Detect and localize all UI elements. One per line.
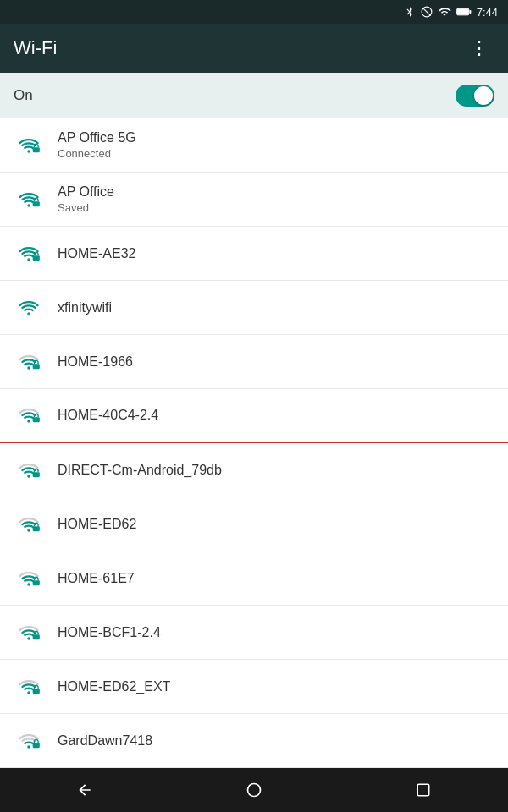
network-name: AP Office 5G [58,130,494,145]
battery-icon [456,7,472,17]
network-item[interactable]: AP OfficeSaved [0,173,508,227]
status-icons: 7:44 [404,6,498,19]
svg-point-15 [27,475,30,478]
svg-rect-3 [469,10,471,14]
wifi-signal-icon [14,239,44,269]
network-name: HOME-1966 [58,354,494,370]
network-name: HOME-AE32 [58,246,494,261]
svg-rect-31 [417,784,429,796]
more-options-button[interactable]: ⋮ [464,33,494,63]
svg-point-6 [27,204,30,207]
svg-point-17 [27,529,30,532]
wifi-signal-icon [14,130,44,161]
svg-rect-7 [33,201,40,206]
network-item[interactable]: GardDawn7418 [0,714,508,768]
svg-point-13 [27,420,30,423]
network-info: HOME-61E7 [58,571,494,586]
network-item[interactable]: HOME-AE32 [0,227,508,281]
svg-point-30 [248,784,261,797]
svg-rect-12 [33,364,40,369]
wifi-toggle-row: On [0,73,508,118]
svg-rect-26 [33,743,40,748]
wifi-signal-icon [14,293,44,323]
wifi-signal-icon [14,509,44,540]
bluetooth-icon [404,6,416,18]
recents-button[interactable] [398,773,449,807]
network-name: AP Office [58,184,494,200]
svg-point-19 [27,583,30,586]
svg-rect-5 [33,147,40,152]
wifi-icon [438,6,451,18]
wifi-signal-icon [14,617,44,648]
network-item[interactable]: xfinitywifi [0,281,508,335]
network-info: AP OfficeSaved [58,184,494,214]
network-item[interactable]: AP Office 5GConnected [0,118,508,173]
network-info: GardDawn7418 [58,733,494,749]
network-info: HOME-AE32 [58,246,494,261]
svg-rect-22 [33,634,40,639]
network-name: HOME-ED62_EXT [58,679,494,694]
no-sim-icon [421,6,433,18]
network-item[interactable]: HOME-40C4-2.4 [0,389,508,443]
svg-point-25 [27,745,30,749]
network-status: Saved [58,201,494,214]
wifi-signal-icon [14,400,44,431]
wifi-signal-icon [14,455,44,486]
network-info: HOME-40C4-2.4 [58,408,494,423]
page-title: Wi-Fi [14,37,57,59]
svg-point-11 [27,366,30,370]
status-time: 7:44 [477,6,498,19]
wifi-signal-icon [14,726,44,756]
wifi-signal-icon [14,184,44,215]
network-info: HOME-ED62 [58,517,494,532]
network-info: HOME-1966 [58,354,494,370]
wifi-signal-icon [14,672,44,702]
svg-point-10 [27,312,30,315]
wifi-signal-icon [14,563,44,594]
network-name: HOME-BCF1-2.4 [58,625,494,640]
network-item[interactable]: HOME-BCF1-2.4 [0,606,508,660]
svg-rect-16 [33,472,40,477]
network-name: HOME-61E7 [58,571,494,586]
svg-rect-2 [456,8,468,15]
network-info: xfinitywifi [58,300,494,315]
home-button[interactable] [229,773,279,807]
network-item[interactable]: HOME-ED62 [0,497,508,551]
svg-rect-24 [33,689,40,694]
network-item[interactable]: HOME-1966 [0,335,508,389]
network-name: DIRECT-Cm-Android_79db [58,463,494,478]
navigation-bar [0,768,508,812]
svg-point-8 [27,258,30,261]
wifi-toggle-label: On [14,87,33,104]
svg-point-4 [27,150,30,153]
svg-rect-18 [33,526,40,531]
wifi-signal-icon [14,347,44,377]
wifi-toggle-switch[interactable] [456,85,494,107]
svg-rect-20 [33,580,40,585]
status-bar: 7:44 [0,0,508,24]
network-item[interactable]: DIRECT-Cm-Android_79db [0,443,508,497]
svg-point-21 [27,637,30,640]
back-button[interactable] [59,773,110,807]
network-name: HOME-ED62 [58,517,494,532]
network-status: Connected [58,147,494,160]
svg-point-23 [27,691,30,694]
network-name: xfinitywifi [58,300,494,315]
network-info: HOME-ED62_EXT [58,679,494,694]
network-name: GardDawn7418 [58,733,494,749]
network-name: HOME-40C4-2.4 [58,408,494,423]
svg-line-1 [422,8,430,15]
svg-rect-9 [33,255,40,261]
network-info: AP Office 5GConnected [58,130,494,160]
network-item[interactable]: HOME-61E7 [0,551,508,606]
network-list: AP Office 5GConnected AP OfficeSaved HOM… [0,118,508,812]
network-item[interactable]: HOME-ED62_EXT [0,660,508,714]
app-header: Wi-Fi ⋮ [0,24,508,73]
network-info: HOME-BCF1-2.4 [58,625,494,640]
svg-rect-14 [33,417,40,422]
network-info: DIRECT-Cm-Android_79db [58,463,494,478]
